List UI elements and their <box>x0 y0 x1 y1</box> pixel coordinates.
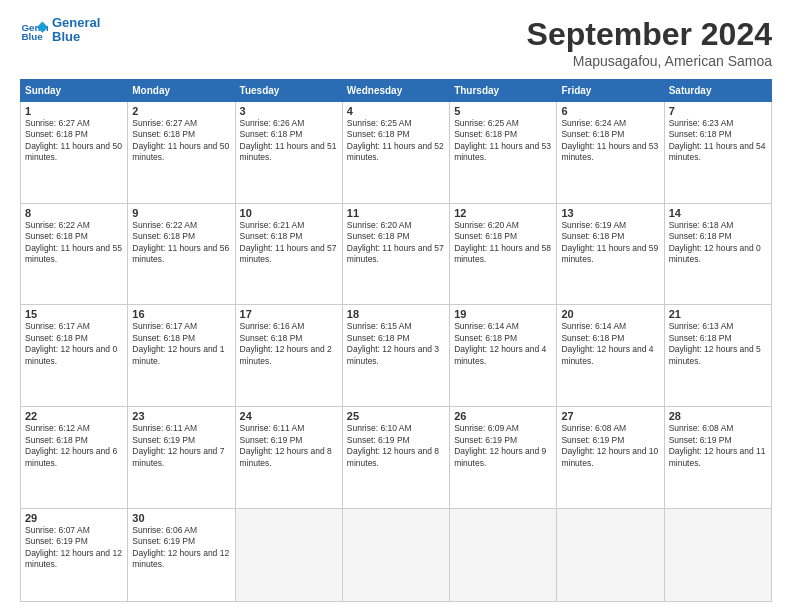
day-number: 10 <box>240 207 338 219</box>
calendar-cell: 25 Sunrise: 6:10 AMSunset: 6:19 PMDaylig… <box>342 407 449 509</box>
calendar-cell: 22 Sunrise: 6:12 AMSunset: 6:18 PMDaylig… <box>21 407 128 509</box>
calendar-cell: 2 Sunrise: 6:27 AMSunset: 6:18 PMDayligh… <box>128 102 235 204</box>
day-info: Sunrise: 6:17 AMSunset: 6:18 PMDaylight:… <box>25 321 117 365</box>
day-info: Sunrise: 6:13 AMSunset: 6:18 PMDaylight:… <box>669 321 761 365</box>
calendar-cell: 27 Sunrise: 6:08 AMSunset: 6:19 PMDaylig… <box>557 407 664 509</box>
calendar-cell: 10 Sunrise: 6:21 AMSunset: 6:18 PMDaylig… <box>235 203 342 305</box>
day-info: Sunrise: 6:10 AMSunset: 6:19 PMDaylight:… <box>347 423 439 467</box>
day-info: Sunrise: 6:06 AMSunset: 6:19 PMDaylight:… <box>132 525 229 569</box>
day-number: 26 <box>454 410 552 422</box>
header-tuesday: Tuesday <box>235 80 342 102</box>
day-info: Sunrise: 6:17 AMSunset: 6:18 PMDaylight:… <box>132 321 224 365</box>
calendar-cell: 11 Sunrise: 6:20 AMSunset: 6:18 PMDaylig… <box>342 203 449 305</box>
day-info: Sunrise: 6:14 AMSunset: 6:18 PMDaylight:… <box>561 321 653 365</box>
day-number: 8 <box>25 207 123 219</box>
header-saturday: Saturday <box>664 80 771 102</box>
day-info: Sunrise: 6:22 AMSunset: 6:18 PMDaylight:… <box>25 220 122 264</box>
day-info: Sunrise: 6:19 AMSunset: 6:18 PMDaylight:… <box>561 220 658 264</box>
main-title: September 2024 <box>527 16 772 53</box>
day-info: Sunrise: 6:21 AMSunset: 6:18 PMDaylight:… <box>240 220 337 264</box>
day-info: Sunrise: 6:24 AMSunset: 6:18 PMDaylight:… <box>561 118 658 162</box>
day-number: 2 <box>132 105 230 117</box>
day-info: Sunrise: 6:20 AMSunset: 6:18 PMDaylight:… <box>347 220 444 264</box>
header-monday: Monday <box>128 80 235 102</box>
svg-text:Blue: Blue <box>21 31 43 42</box>
week-row-1: 1 Sunrise: 6:27 AMSunset: 6:18 PMDayligh… <box>21 102 772 204</box>
calendar-cell: 16 Sunrise: 6:17 AMSunset: 6:18 PMDaylig… <box>128 305 235 407</box>
day-number: 14 <box>669 207 767 219</box>
header: General Blue General Blue September 2024… <box>20 16 772 69</box>
day-number: 28 <box>669 410 767 422</box>
calendar-cell <box>342 508 449 601</box>
day-number: 1 <box>25 105 123 117</box>
day-number: 12 <box>454 207 552 219</box>
week-row-5: 29 Sunrise: 6:07 AMSunset: 6:19 PMDaylig… <box>21 508 772 601</box>
day-number: 25 <box>347 410 445 422</box>
day-info: Sunrise: 6:27 AMSunset: 6:18 PMDaylight:… <box>132 118 229 162</box>
day-number: 5 <box>454 105 552 117</box>
day-number: 29 <box>25 512 123 524</box>
calendar-cell: 1 Sunrise: 6:27 AMSunset: 6:18 PMDayligh… <box>21 102 128 204</box>
calendar-cell: 8 Sunrise: 6:22 AMSunset: 6:18 PMDayligh… <box>21 203 128 305</box>
week-row-3: 15 Sunrise: 6:17 AMSunset: 6:18 PMDaylig… <box>21 305 772 407</box>
day-number: 6 <box>561 105 659 117</box>
week-row-4: 22 Sunrise: 6:12 AMSunset: 6:18 PMDaylig… <box>21 407 772 509</box>
day-number: 22 <box>25 410 123 422</box>
day-number: 20 <box>561 308 659 320</box>
page: General Blue General Blue September 2024… <box>0 0 792 612</box>
calendar-cell <box>557 508 664 601</box>
day-info: Sunrise: 6:25 AMSunset: 6:18 PMDaylight:… <box>347 118 444 162</box>
header-friday: Friday <box>557 80 664 102</box>
calendar-cell <box>450 508 557 601</box>
day-info: Sunrise: 6:23 AMSunset: 6:18 PMDaylight:… <box>669 118 766 162</box>
day-info: Sunrise: 6:18 AMSunset: 6:18 PMDaylight:… <box>669 220 761 264</box>
logo-line1: General <box>52 16 100 30</box>
title-block: September 2024 Mapusagafou, American Sam… <box>527 16 772 69</box>
calendar-cell: 7 Sunrise: 6:23 AMSunset: 6:18 PMDayligh… <box>664 102 771 204</box>
day-info: Sunrise: 6:20 AMSunset: 6:18 PMDaylight:… <box>454 220 551 264</box>
calendar-cell: 3 Sunrise: 6:26 AMSunset: 6:18 PMDayligh… <box>235 102 342 204</box>
calendar-cell: 14 Sunrise: 6:18 AMSunset: 6:18 PMDaylig… <box>664 203 771 305</box>
calendar-cell: 21 Sunrise: 6:13 AMSunset: 6:18 PMDaylig… <box>664 305 771 407</box>
calendar-cell <box>235 508 342 601</box>
calendar-cell: 18 Sunrise: 6:15 AMSunset: 6:18 PMDaylig… <box>342 305 449 407</box>
calendar-cell <box>664 508 771 601</box>
calendar-cell: 29 Sunrise: 6:07 AMSunset: 6:19 PMDaylig… <box>21 508 128 601</box>
calendar-cell: 15 Sunrise: 6:17 AMSunset: 6:18 PMDaylig… <box>21 305 128 407</box>
day-number: 11 <box>347 207 445 219</box>
day-info: Sunrise: 6:27 AMSunset: 6:18 PMDaylight:… <box>25 118 122 162</box>
logo-icon: General Blue <box>20 16 48 44</box>
day-number: 27 <box>561 410 659 422</box>
day-info: Sunrise: 6:15 AMSunset: 6:18 PMDaylight:… <box>347 321 439 365</box>
day-number: 30 <box>132 512 230 524</box>
day-number: 19 <box>454 308 552 320</box>
calendar-cell: 26 Sunrise: 6:09 AMSunset: 6:19 PMDaylig… <box>450 407 557 509</box>
calendar-cell: 5 Sunrise: 6:25 AMSunset: 6:18 PMDayligh… <box>450 102 557 204</box>
calendar-cell: 23 Sunrise: 6:11 AMSunset: 6:19 PMDaylig… <box>128 407 235 509</box>
day-number: 4 <box>347 105 445 117</box>
header-thursday: Thursday <box>450 80 557 102</box>
day-info: Sunrise: 6:11 AMSunset: 6:19 PMDaylight:… <box>240 423 332 467</box>
calendar: Sunday Monday Tuesday Wednesday Thursday… <box>20 79 772 602</box>
day-number: 24 <box>240 410 338 422</box>
calendar-cell: 28 Sunrise: 6:08 AMSunset: 6:19 PMDaylig… <box>664 407 771 509</box>
day-number: 3 <box>240 105 338 117</box>
day-info: Sunrise: 6:08 AMSunset: 6:19 PMDaylight:… <box>669 423 766 467</box>
calendar-cell: 4 Sunrise: 6:25 AMSunset: 6:18 PMDayligh… <box>342 102 449 204</box>
day-info: Sunrise: 6:22 AMSunset: 6:18 PMDaylight:… <box>132 220 229 264</box>
week-row-2: 8 Sunrise: 6:22 AMSunset: 6:18 PMDayligh… <box>21 203 772 305</box>
day-info: Sunrise: 6:08 AMSunset: 6:19 PMDaylight:… <box>561 423 658 467</box>
calendar-cell: 12 Sunrise: 6:20 AMSunset: 6:18 PMDaylig… <box>450 203 557 305</box>
day-info: Sunrise: 6:09 AMSunset: 6:19 PMDaylight:… <box>454 423 546 467</box>
day-info: Sunrise: 6:16 AMSunset: 6:18 PMDaylight:… <box>240 321 332 365</box>
day-number: 23 <box>132 410 230 422</box>
day-number: 7 <box>669 105 767 117</box>
logo: General Blue General Blue <box>20 16 100 45</box>
calendar-header-row: Sunday Monday Tuesday Wednesday Thursday… <box>21 80 772 102</box>
day-info: Sunrise: 6:14 AMSunset: 6:18 PMDaylight:… <box>454 321 546 365</box>
subtitle: Mapusagafou, American Samoa <box>527 53 772 69</box>
calendar-cell: 30 Sunrise: 6:06 AMSunset: 6:19 PMDaylig… <box>128 508 235 601</box>
header-wednesday: Wednesday <box>342 80 449 102</box>
calendar-cell: 6 Sunrise: 6:24 AMSunset: 6:18 PMDayligh… <box>557 102 664 204</box>
logo-line2: Blue <box>52 30 100 44</box>
